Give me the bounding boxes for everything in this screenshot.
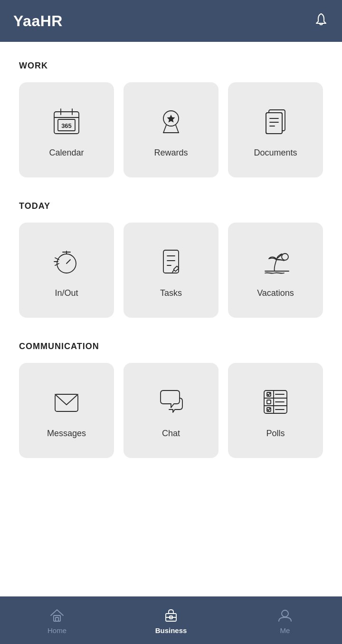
work-card-grid: 365 Calendar Rewards (19, 82, 323, 177)
vacations-label: Vacations (257, 288, 294, 299)
section-work: WORK 365 Calendar (19, 61, 323, 177)
app-header: YaaHR (0, 0, 342, 42)
svg-rect-28 (173, 266, 179, 272)
card-inout[interactable]: In/Out (19, 223, 114, 318)
card-tasks[interactable]: Tasks (124, 223, 218, 318)
today-card-grid: In/Out Tasks (19, 223, 323, 318)
svg-rect-24 (163, 250, 179, 273)
nav-business[interactable]: Business (114, 606, 228, 634)
documents-icon (259, 105, 292, 138)
section-label-work: WORK (19, 61, 323, 71)
tasks-label: Tasks (160, 288, 182, 299)
chat-label: Chat (162, 428, 180, 439)
svg-rect-43 (54, 615, 60, 621)
nav-home[interactable]: Home (0, 606, 114, 634)
nav-me-label: Me (280, 626, 290, 634)
card-polls[interactable]: Polls (228, 363, 323, 458)
svg-rect-38 (267, 400, 271, 404)
app-title: YaaHR (13, 12, 63, 30)
business-icon (162, 606, 180, 624)
main-content: WORK 365 Calendar (0, 42, 342, 596)
polls-icon (259, 385, 292, 419)
svg-line-29 (172, 270, 174, 272)
svg-text:365: 365 (61, 122, 72, 129)
svg-point-48 (282, 610, 288, 617)
section-communication: COMMUNICATION Messages (19, 342, 323, 458)
inout-label: In/Out (55, 288, 78, 299)
svg-point-31 (282, 254, 288, 260)
svg-rect-44 (56, 617, 58, 621)
rewards-label: Rewards (154, 147, 188, 158)
calendar-label: Calendar (49, 147, 84, 158)
nav-me[interactable]: Me (228, 606, 342, 634)
svg-marker-7 (167, 115, 175, 123)
card-messages[interactable]: Messages (19, 363, 114, 458)
me-icon (276, 606, 294, 624)
card-calendar[interactable]: 365 Calendar (19, 82, 114, 177)
card-documents[interactable]: Documents (228, 82, 323, 177)
inout-icon (50, 245, 83, 278)
card-vacations[interactable]: Vacations (228, 223, 323, 318)
documents-label: Documents (254, 147, 297, 158)
section-label-today: TODAY (19, 201, 323, 211)
calendar-icon: 365 (50, 105, 83, 138)
bell-icon[interactable] (314, 12, 329, 30)
rewards-icon (154, 105, 188, 138)
nav-home-label: Home (48, 626, 66, 634)
svg-rect-12 (266, 113, 282, 134)
chat-icon (154, 385, 188, 419)
svg-line-20 (66, 260, 70, 263)
polls-label: Polls (266, 428, 285, 439)
section-label-communication: COMMUNICATION (19, 342, 323, 351)
card-rewards[interactable]: Rewards (124, 82, 218, 177)
svg-line-9 (176, 125, 179, 133)
svg-line-8 (163, 125, 166, 133)
vacations-icon (259, 245, 292, 278)
section-today: TODAY In/Out (19, 201, 323, 318)
communication-card-grid: Messages Chat (19, 363, 323, 458)
bottom-navigation: Home Business Me (0, 596, 342, 644)
messages-label: Messages (47, 428, 86, 439)
card-chat[interactable]: Chat (124, 363, 218, 458)
messages-icon (50, 385, 83, 419)
tasks-icon (154, 245, 188, 278)
nav-business-label: Business (155, 626, 187, 634)
home-icon (48, 606, 66, 624)
